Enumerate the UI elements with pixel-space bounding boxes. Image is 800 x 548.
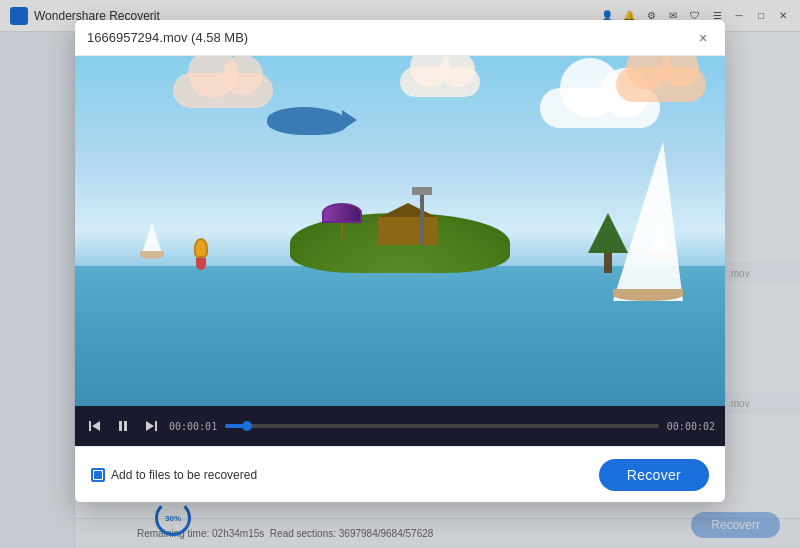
- pause-bar-1: [119, 421, 122, 431]
- house-illustration: [368, 200, 448, 245]
- video-controls-bar: 00:00:01 00:00:02: [75, 406, 725, 446]
- dialog-titlebar: 1666957294.mov (4.58 MB) ×: [75, 20, 725, 56]
- pause-bar-2: [124, 421, 127, 431]
- svg-rect-0: [89, 421, 91, 431]
- svg-marker-3: [146, 421, 154, 431]
- umbrella-illustration: [322, 203, 362, 238]
- dialog-overlay: 1666957294.mov (4.58 MB) ×: [0, 0, 800, 548]
- add-to-recovery-checkbox[interactable]: Add to files to be recovered: [91, 468, 257, 482]
- svg-rect-2: [155, 421, 157, 431]
- prev-button[interactable]: [85, 416, 105, 436]
- progress-knob[interactable]: [242, 421, 252, 431]
- whale-body: [267, 107, 347, 135]
- buoy-illustration: [192, 238, 210, 273]
- pause-icon: [119, 421, 127, 431]
- dialog-title: 1666957294.mov (4.58 MB): [87, 30, 248, 45]
- buoy-top: [194, 238, 208, 258]
- svg-marker-1: [92, 421, 100, 431]
- tree-illustration: [588, 213, 628, 273]
- current-time: 00:00:01: [169, 421, 217, 432]
- big-sailboat: [613, 121, 693, 301]
- video-preview: [75, 56, 725, 406]
- cloud-4: [616, 67, 706, 102]
- umbrella-top: [322, 203, 362, 223]
- pause-button[interactable]: [113, 416, 133, 436]
- dialog-footer: Add to files to be recovered Recover: [75, 446, 725, 502]
- checkbox-box: [91, 468, 105, 482]
- prev-icon: [89, 420, 101, 432]
- house-body: [378, 217, 438, 245]
- umbrella-pole: [341, 223, 343, 239]
- checkbox-check: [94, 471, 102, 479]
- dialog-close-button[interactable]: ×: [693, 28, 713, 48]
- tree-trunk: [604, 253, 612, 273]
- cloud-3: [400, 67, 480, 97]
- checkbox-label: Add to files to be recovered: [111, 468, 257, 482]
- preview-dialog: 1666957294.mov (4.58 MB) ×: [75, 20, 725, 502]
- recover-button-label: Recover: [627, 467, 681, 483]
- buoy-bottom: [196, 258, 206, 270]
- sail-left: [142, 223, 162, 253]
- light-top: [412, 187, 432, 195]
- total-time: 00:00:02: [667, 421, 715, 432]
- hull-left: [140, 251, 164, 259]
- big-sail-hull: [613, 289, 683, 301]
- whale-tail: [342, 110, 357, 130]
- next-icon: [145, 420, 157, 432]
- next-button[interactable]: [141, 416, 161, 436]
- tree-top: [588, 213, 628, 253]
- recover-button[interactable]: Recover: [599, 459, 709, 491]
- whale-illustration: [257, 102, 357, 142]
- video-progress-bar[interactable]: [225, 424, 659, 428]
- sailboat-left: [140, 251, 164, 259]
- light-pole: [420, 195, 424, 245]
